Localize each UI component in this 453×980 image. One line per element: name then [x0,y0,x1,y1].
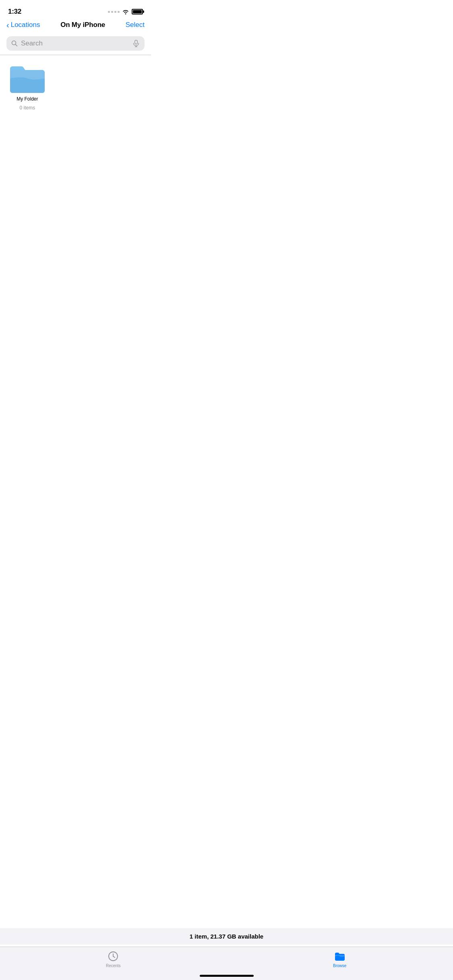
folder-name: My Folder [17,96,38,103]
signal-icon [108,11,120,13]
main-content: My Folder 0 items [0,55,151,316]
svg-line-1 [16,45,17,46]
status-icons [108,9,143,14]
folder-item[interactable]: My Folder 0 items [6,63,48,111]
microphone-icon[interactable] [132,40,140,47]
file-grid: My Folder 0 items [0,55,151,119]
back-label: Locations [11,21,40,29]
page-title: On My iPhone [60,21,105,29]
status-time: 1:32 [8,8,21,16]
search-container [0,34,151,55]
folder-count: 0 items [19,105,35,111]
status-bar: 1:32 [0,0,151,18]
back-chevron-icon: ‹ [6,21,9,29]
battery-icon [132,9,143,14]
nav-bar: ‹ Locations On My iPhone Select [0,18,151,34]
search-bar [6,36,145,51]
folder-icon [9,63,46,94]
select-button[interactable]: Select [126,21,145,29]
svg-rect-2 [135,40,138,44]
search-icon [11,40,18,47]
back-button[interactable]: ‹ Locations [6,21,40,29]
wifi-icon [122,9,129,14]
search-input[interactable] [21,39,129,47]
